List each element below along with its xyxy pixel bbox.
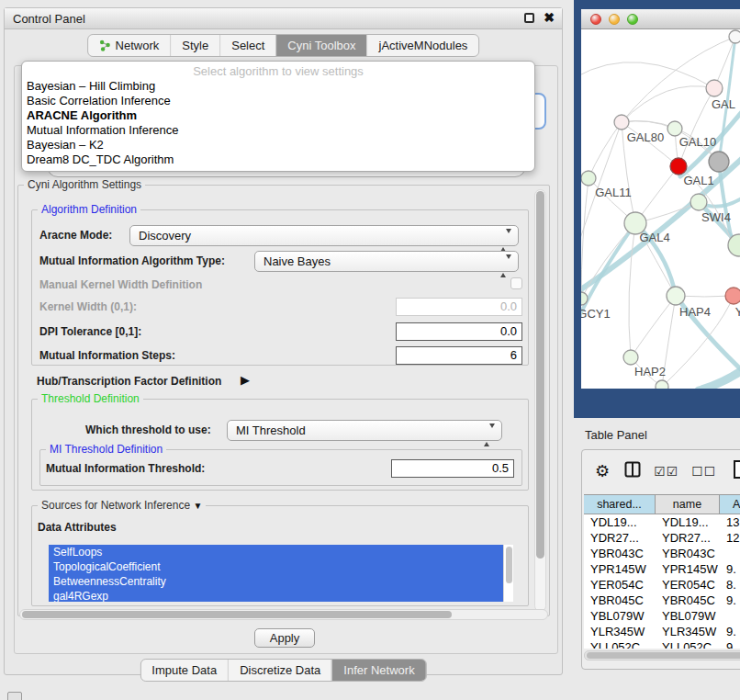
tab-infer-network[interactable]: Infer Network <box>331 660 425 681</box>
data-attributes-label: Data Attributes <box>38 521 117 534</box>
network-node[interactable] <box>690 194 707 210</box>
network-node[interactable] <box>729 30 740 43</box>
kernel-width-field[interactable]: 0.0 <box>396 298 522 316</box>
table-row[interactable]: YBR043CYBR043C <box>584 546 740 561</box>
network-node[interactable] <box>667 287 685 305</box>
mac-minimize-button[interactable] <box>609 14 620 25</box>
data-attribute-item[interactable]: BetweennessCentrality <box>49 574 513 589</box>
threshold-definition-title: Threshold Definition <box>38 392 143 405</box>
table-cell: YDR27... <box>656 530 720 546</box>
mi-type-combo[interactable]: Naive Bayes <box>254 251 519 272</box>
tab-select[interactable]: Select <box>219 35 275 56</box>
deselect-columns-icon[interactable]: ☐☐ <box>691 464 716 479</box>
table-cell: YDR27... <box>584 530 656 546</box>
network-node[interactable] <box>725 288 740 304</box>
tab-label: Select <box>231 39 264 52</box>
expand-right-icon[interactable]: ▶ <box>241 373 250 387</box>
network-node[interactable] <box>614 115 629 130</box>
close-icon[interactable]: ✖ <box>544 13 555 23</box>
algorithm-option[interactable]: Mutual Information Inference <box>22 123 534 138</box>
algorithm-option[interactable]: Bayesian – K2 <box>22 138 534 152</box>
float-window-icon[interactable] <box>524 13 534 23</box>
mi-threshold-field[interactable]: 0.5 <box>391 459 514 478</box>
mac-zoom-button[interactable] <box>627 14 638 25</box>
network-node-label: HAP2 <box>634 365 666 378</box>
network-node[interactable] <box>670 158 687 175</box>
settings-horizontal-scrollbar[interactable] <box>19 609 548 620</box>
network-node[interactable] <box>706 80 723 96</box>
algorithm-option[interactable]: Basic Correlation Inference <box>22 94 534 108</box>
corner-mini-button[interactable] <box>7 692 22 700</box>
table-cell: YER054C <box>584 577 656 593</box>
data-attribute-item[interactable]: SelfLoops <box>49 545 513 559</box>
tab-label: Infer Network <box>343 663 414 677</box>
manual-kernel-checkbox[interactable] <box>510 277 522 289</box>
data-attribute-item[interactable]: gal4RGexp <box>49 589 513 602</box>
data-attributes-list[interactable]: SelfLoopsTopologicalCoefficientBetweenne… <box>49 545 513 602</box>
column-header[interactable]: A <box>720 494 740 514</box>
table-toolbar: ⚙ ☑☑ ☐☐ <box>582 450 740 492</box>
new-table-icon[interactable] <box>733 459 740 483</box>
aracne-mode-combo[interactable]: Discovery <box>129 225 519 246</box>
settings-vertical-scrollbar[interactable] <box>534 189 546 612</box>
data-attribute-item[interactable]: TopologicalCoefficient <box>49 559 513 574</box>
network-window-titlebar[interactable] <box>581 9 740 29</box>
columns-icon[interactable] <box>624 461 641 481</box>
network-canvas[interactable]: GALGAL80GAL10GAL1GAL11SWI4GAL4GCY1HAP4YH… <box>581 29 740 389</box>
network-node[interactable] <box>656 380 668 389</box>
tab-jactivemnodules[interactable]: jActiveMNodules <box>367 35 479 56</box>
table-cell: 9 <box>720 639 740 649</box>
table-horizontal-scrollbar[interactable] <box>584 650 740 660</box>
column-header[interactable]: name <box>656 494 720 514</box>
list-scrollbar[interactable] <box>503 545 513 602</box>
select-all-columns-icon[interactable]: ☑☑ <box>654 464 678 479</box>
tab-network[interactable]: Network <box>88 35 171 56</box>
algorithm-option[interactable]: ARACNE Algorithm <box>22 108 534 123</box>
bottom-tabs: Impute Data Discretize Data Infer Networ… <box>140 659 426 682</box>
table-row[interactable]: YDL19...YDL19...13 <box>584 514 740 530</box>
tab-label: Impute Data <box>151 663 217 677</box>
mac-close-button[interactable] <box>590 14 601 25</box>
threshold-definition-group: Threshold Definition Which threshold to … <box>31 399 529 491</box>
sources-title-text: Sources for Network Inference <box>41 499 190 512</box>
stepper-arrows-icon <box>500 231 511 250</box>
network-edge <box>622 86 714 122</box>
table-row[interactable]: YLL052CYLL052C9 <box>584 639 740 649</box>
tab-label: Style <box>182 39 208 52</box>
mi-threshold-group: MI Threshold Definition Mutual Informati… <box>39 449 522 486</box>
network-node-label: GAL1 <box>683 174 713 187</box>
which-threshold-value: MI Threshold <box>236 423 306 437</box>
tab-cyni-toolbox[interactable]: Cyni Toolbox <box>275 35 366 56</box>
which-threshold-label: Which threshold to use: <box>85 423 211 436</box>
table-row[interactable]: YER054CYER054C8. <box>584 577 740 593</box>
table-panel: ⚙ ☑☑ ☐☐ shared...nameA YDL19...YDL19...1… <box>581 449 740 670</box>
algorithm-option[interactable]: Bayesian – Hill Climbing <box>22 79 534 94</box>
collapse-down-icon[interactable]: ▼ <box>193 501 202 511</box>
mi-steps-field[interactable]: 6 <box>396 346 522 365</box>
tab-discretize-data[interactable]: Discretize Data <box>228 660 331 681</box>
table-row[interactable]: YBR045CYBR045C9. <box>584 593 740 608</box>
network-node[interactable] <box>581 171 596 186</box>
gear-icon[interactable]: ⚙ <box>595 461 610 481</box>
network-edge <box>581 62 714 88</box>
algorithm-option[interactable]: Dream8 DC_TDC Algorithm <box>22 152 534 167</box>
column-header[interactable]: shared... <box>584 494 656 514</box>
network-node[interactable] <box>709 152 729 172</box>
apply-button[interactable]: Apply <box>254 628 315 648</box>
table-header-row: shared...nameA <box>584 494 740 514</box>
mi-type-label: Mutual Information Algorithm Type: <box>39 254 225 267</box>
table-cell <box>720 546 740 561</box>
tab-label: Discretize Data <box>240 663 320 677</box>
which-threshold-combo[interactable]: MI Threshold <box>227 420 502 441</box>
table-row[interactable]: YDR27...YDR27...12 <box>584 530 740 546</box>
table-row[interactable]: YLR345WYLR345W9. <box>584 624 740 639</box>
tab-style[interactable]: Style <box>170 35 219 56</box>
network-node[interactable] <box>667 121 682 136</box>
network-edge <box>631 296 676 357</box>
control-panel-titlebar: Control Panel ✖ <box>5 8 562 29</box>
table-row[interactable]: YPR145WYPR145W9. <box>584 561 740 577</box>
network-node[interactable] <box>623 350 638 365</box>
tab-impute-data[interactable]: Impute Data <box>140 660 228 681</box>
table-row[interactable]: YBL079WYBL079W <box>584 608 740 624</box>
dpi-tolerance-field[interactable]: 0.0 <box>396 322 522 341</box>
